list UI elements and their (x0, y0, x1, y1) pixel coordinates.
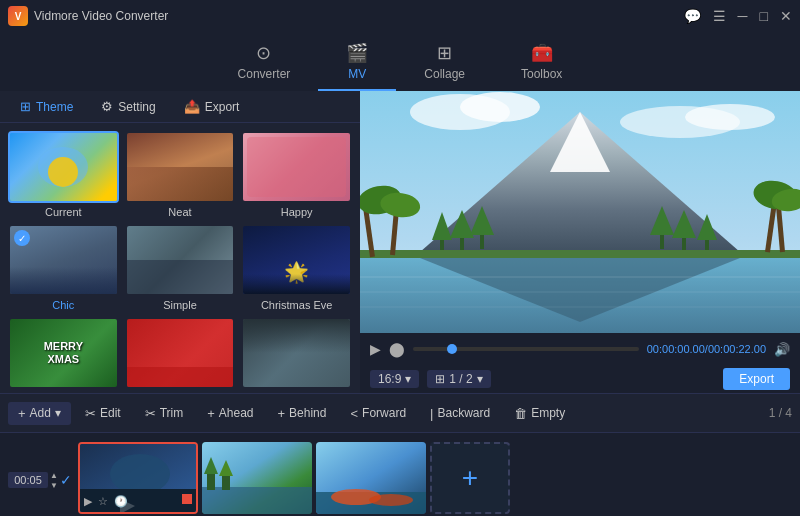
fraction-dropdown-icon: ▾ (477, 372, 483, 386)
time-down-button[interactable]: ▼ (50, 481, 58, 490)
add-dropdown-icon: ▾ (55, 406, 61, 420)
theme-item-santa-claus[interactable]: Santa Claus (125, 317, 236, 393)
forward-icon: < (350, 406, 358, 421)
theme-label-happy: Happy (281, 206, 313, 218)
ahead-button[interactable]: + Ahead (197, 402, 263, 425)
theme-panel-icon: ⊞ (20, 99, 31, 114)
theme-label-current: Current (45, 206, 82, 218)
time-input[interactable] (8, 472, 48, 488)
playback-controls: ▶ ⬤ 00:00:00.00/00:00:22.00 🔊 (360, 333, 800, 365)
window-controls[interactable]: 💬 ☰ ─ □ ✕ (684, 9, 792, 23)
ratio-label: 16:9 (378, 372, 401, 386)
minimize-icon[interactable]: ─ (738, 9, 748, 23)
clip-1[interactable]: ▶ ☆ 🕐 (78, 442, 198, 514)
theme-label-simple: Simple (163, 299, 197, 311)
time-confirm-icon[interactable]: ✓ (60, 472, 72, 488)
theme-item-snowy-night[interactable]: Snowy Night (241, 317, 352, 393)
clip-2-thumbnail (202, 442, 312, 514)
theme-thumb-santa-claus (125, 317, 236, 389)
forward-button[interactable]: < Forward (340, 402, 416, 425)
close-icon[interactable]: ✕ (780, 9, 792, 23)
add-label: Add (30, 406, 51, 420)
title-bar-left: V Vidmore Video Converter (8, 6, 168, 26)
theme-item-simple[interactable]: Simple (125, 224, 236, 311)
volume-icon[interactable]: 🔊 (774, 342, 790, 357)
ratio-dropdown-icon: ▾ (405, 372, 411, 386)
panel-tab-setting[interactable]: ⚙ Setting (89, 91, 167, 122)
theme-label-chic: Chic (52, 299, 74, 311)
theme-panel-label: Theme (36, 100, 73, 114)
preview-area (360, 91, 800, 333)
menu-icon[interactable]: ☰ (713, 9, 726, 23)
tab-collage[interactable]: ⊞ Collage (396, 36, 493, 91)
behind-button[interactable]: + Behind (267, 402, 336, 425)
clip-star-icon[interactable]: ☆ (98, 495, 108, 508)
panel-tab-export[interactable]: 📤 Export (172, 91, 252, 122)
clip-2[interactable] (202, 442, 312, 514)
theme-item-merry-christmas[interactable]: MERRYXMAS Merry Christmas (8, 317, 119, 393)
clip-3[interactable] (316, 442, 426, 514)
behind-icon: + (277, 406, 285, 421)
clip-3-thumbnail (316, 442, 426, 514)
edit-button[interactable]: ✂ Edit (75, 402, 131, 425)
preview-image (360, 91, 800, 333)
clip-clock-icon[interactable]: 🕐 (114, 495, 128, 508)
svg-rect-19 (360, 250, 800, 258)
chat-icon[interactable]: 💬 (684, 9, 701, 23)
progress-indicator (447, 344, 457, 354)
theme-item-current[interactable]: Current (8, 131, 119, 218)
progress-bar[interactable] (413, 347, 639, 351)
toolbox-icon: 🧰 (531, 42, 553, 64)
trim-button[interactable]: ✂ Trim (135, 402, 194, 425)
nav-tabs: ⊙ Converter 🎬 MV ⊞ Collage 🧰 Toolbox (0, 32, 800, 91)
theme-thumb-christmas-eve: 🌟 (241, 224, 352, 296)
panel-tab-theme[interactable]: ⊞ Theme (8, 91, 85, 122)
theme-item-happy[interactable]: Happy (241, 131, 352, 218)
behind-label: Behind (289, 406, 326, 420)
app-title: Vidmore Video Converter (34, 9, 168, 23)
aspect-ratio-button[interactable]: 16:9 ▾ (370, 370, 419, 388)
theme-item-chic[interactable]: ✓ Chic (8, 224, 119, 311)
setting-panel-label: Setting (118, 100, 155, 114)
converter-icon: ⊙ (256, 42, 271, 64)
fraction-icon: ⊞ (435, 372, 445, 386)
timeline: ▲ ▼ ✓ ▶ (0, 433, 800, 516)
time-up-button[interactable]: ▲ (50, 471, 58, 480)
right-panel: ▶ ⬤ 00:00:00.00/00:00:22.00 🔊 16:9 ▾ ⊞ 1… (360, 91, 800, 393)
ratio-bar: 16:9 ▾ ⊞ 1 / 2 ▾ Export (360, 365, 800, 393)
fraction-label: 1 / 2 (449, 372, 472, 386)
add-clip-button[interactable]: + (430, 442, 510, 514)
theme-item-neat[interactable]: Neat (125, 131, 236, 218)
add-button[interactable]: + Add ▾ (8, 402, 71, 425)
theme-thumb-neat (125, 131, 236, 203)
converter-label: Converter (238, 67, 291, 81)
edit-label: Edit (100, 406, 121, 420)
mv-icon: 🎬 (346, 42, 368, 64)
add-clip-icon: + (462, 462, 478, 494)
ahead-icon: + (207, 406, 215, 421)
collage-label: Collage (424, 67, 465, 81)
clip-1-controls: ▶ ☆ 🕐 (84, 495, 128, 508)
backward-label: Backward (437, 406, 490, 420)
tab-converter[interactable]: ⊙ Converter (210, 36, 319, 91)
play-button[interactable]: ▶ (370, 341, 381, 357)
backward-button[interactable]: | Backward (420, 402, 500, 425)
tab-mv[interactable]: 🎬 MV (318, 36, 396, 91)
fraction-button[interactable]: ⊞ 1 / 2 ▾ (427, 370, 490, 388)
theme-thumb-simple (125, 224, 236, 296)
empty-button[interactable]: 🗑 Empty (504, 402, 575, 425)
clip-marker (182, 494, 192, 504)
ahead-label: Ahead (219, 406, 254, 420)
export-button[interactable]: Export (723, 368, 790, 390)
stop-button[interactable]: ⬤ (389, 341, 405, 357)
action-toolbar: + Add ▾ ✂ Edit ✂ Trim + Ahead + Behind <… (0, 393, 800, 433)
theme-thumb-snowy-night (241, 317, 352, 389)
empty-icon: 🗑 (514, 406, 527, 421)
mv-label: MV (348, 67, 366, 81)
trim-icon: ✂ (145, 406, 156, 421)
maximize-icon[interactable]: □ (760, 9, 768, 23)
tab-toolbox[interactable]: 🧰 Toolbox (493, 36, 590, 91)
clip-play-icon[interactable]: ▶ (84, 495, 92, 508)
backward-icon: | (430, 406, 433, 421)
theme-item-christmas-eve[interactable]: 🌟 Christmas Eve (241, 224, 352, 311)
